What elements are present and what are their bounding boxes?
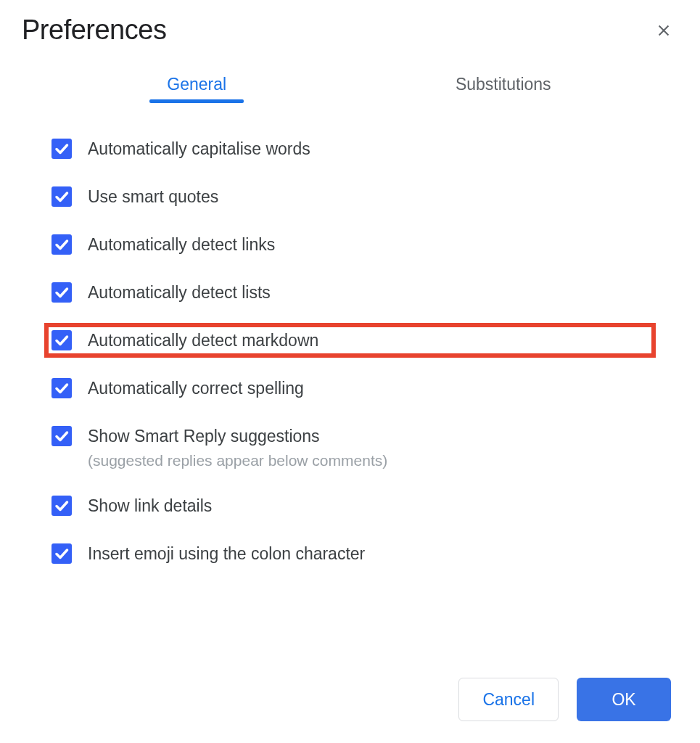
option-label: Show link details — [88, 494, 212, 517]
option-label: Automatically capitalise words — [88, 137, 310, 160]
option-label: Automatically detect lists — [88, 281, 271, 304]
checkbox-capitalise[interactable] — [52, 139, 72, 159]
checkbox-link-details[interactable] — [52, 496, 72, 516]
checkbox-detect-markdown[interactable] — [52, 330, 72, 350]
check-icon — [53, 332, 70, 349]
checkbox-emoji-colon[interactable] — [52, 543, 72, 564]
checkbox-detect-lists[interactable] — [52, 282, 72, 303]
check-icon — [53, 284, 70, 301]
option-label: Automatically correct spelling — [88, 377, 304, 400]
checkbox-smart-reply[interactable] — [52, 426, 72, 446]
cancel-button[interactable]: Cancel — [458, 678, 559, 721]
option-label: Insert emoji using the colon character — [88, 542, 365, 565]
check-icon — [53, 379, 70, 397]
dialog-title: Preferences — [22, 15, 166, 46]
check-icon — [53, 140, 70, 157]
option-label: Automatically detect markdown — [88, 329, 318, 352]
tab-general[interactable]: General — [44, 75, 350, 102]
option-smart-reply: Show Smart Reply suggestions (suggested … — [47, 422, 653, 472]
option-capitalise: Automatically capitalise words — [47, 134, 653, 163]
dialog-header: Preferences — [22, 15, 678, 46]
close-icon — [656, 22, 672, 38]
option-label: Use smart quotes — [88, 185, 218, 208]
option-correct-spelling: Automatically correct spelling — [47, 374, 653, 403]
tab-substitutions[interactable]: Substitutions — [350, 75, 657, 102]
option-label: Automatically detect links — [88, 233, 275, 256]
checkbox-detect-links[interactable] — [52, 234, 72, 255]
options-list: Automatically capitalise words Use smart… — [22, 134, 678, 568]
option-detect-links: Automatically detect links — [47, 230, 653, 259]
check-icon — [53, 497, 70, 514]
dialog-footer: Cancel OK — [458, 678, 671, 721]
option-label: Show Smart Reply suggestions — [88, 424, 387, 448]
option-detect-markdown: Automatically detect markdown — [47, 326, 653, 355]
close-button[interactable] — [649, 16, 678, 45]
check-icon — [53, 188, 70, 205]
option-emoji-colon: Insert emoji using the colon character — [47, 539, 653, 568]
option-sublabel: (suggested replies appear below comments… — [88, 452, 387, 469]
check-icon — [53, 236, 70, 253]
checkbox-smart-quotes[interactable] — [52, 186, 72, 207]
option-detect-lists: Automatically detect lists — [47, 278, 653, 307]
option-smart-quotes: Use smart quotes — [47, 182, 653, 211]
tab-bar: General Substitutions — [22, 75, 678, 102]
ok-button[interactable]: OK — [577, 678, 671, 721]
checkbox-correct-spelling[interactable] — [52, 378, 72, 398]
check-icon — [53, 545, 70, 562]
option-link-details: Show link details — [47, 491, 653, 520]
check-icon — [53, 427, 70, 445]
